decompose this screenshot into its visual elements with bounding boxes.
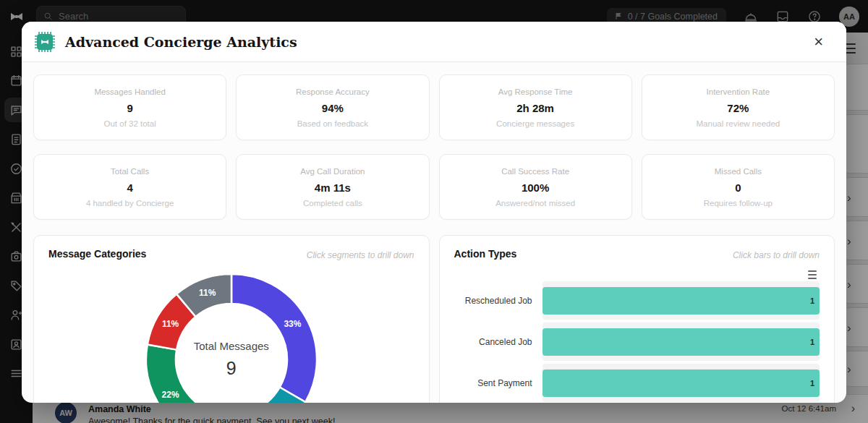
stat-sb: Requires follow-up — [704, 199, 773, 208]
bar-track: 1 — [542, 364, 820, 402]
stat-sb: Completed calls — [303, 199, 362, 208]
close-button[interactable]: × — [809, 33, 827, 51]
app-root: 0 / 7 Goals Completed AA › › › › › AW Am… — [0, 0, 868, 423]
stat-lb: Intervention Rate — [707, 87, 770, 96]
donut-segment-label: 33% — [284, 319, 301, 329]
bar-track: 1 — [542, 322, 820, 361]
bar[interactable] — [542, 287, 820, 315]
stat-vl: 4 — [127, 181, 132, 194]
stat-card: Missed Calls0Requires follow-up — [642, 154, 835, 220]
bar-row: Sent Payment1 — [454, 362, 820, 403]
close-icon: × — [814, 33, 823, 51]
stat-sb: Out of 32 total — [104, 119, 156, 128]
concierge-chip-icon — [33, 30, 56, 54]
bar[interactable] — [542, 369, 820, 397]
modal-title: Advanced Concierge Analytics — [65, 34, 297, 50]
stat-vl: 4m 11s — [315, 181, 351, 194]
donut-segment[interactable] — [231, 274, 317, 402]
stat-lb: Call Success Rate — [501, 167, 569, 176]
stat-vl: 2h 28m — [516, 102, 554, 114]
stat-card: Call Success Rate100%Answered/not missed — [439, 154, 632, 220]
analytics-modal: Advanced Concierge Analytics × Messages … — [22, 22, 846, 403]
stat-lb: Total Calls — [111, 167, 149, 176]
stat-card: Intervention Rate72%Manual review needed — [642, 74, 835, 140]
donut-segment[interactable] — [146, 345, 213, 403]
stat-lb: Avg Response Time — [498, 87, 573, 96]
stat-vl: 94% — [322, 102, 344, 114]
bar-row: Canceled Job1 — [454, 321, 820, 362]
bar-category-label: Sent Payment — [454, 378, 542, 388]
bar[interactable] — [542, 328, 820, 356]
bar-category-label: Canceled Job — [454, 337, 542, 347]
stat-lb: Response Accuracy — [296, 87, 370, 96]
chart-panels: Message Categories Click segments to dri… — [33, 235, 835, 403]
bar-row: Rescheduled Job1 — [454, 280, 820, 321]
donut-chart: 33%22%22%11%11% Total Messages 9 — [130, 258, 333, 403]
stat-lb: Missed Calls — [715, 167, 762, 176]
stat-lb: Avg Call Duration — [300, 167, 365, 176]
stat-card: Total Calls44 handled by Concierge — [33, 154, 226, 220]
stat-sb: Concierge messages — [496, 119, 574, 128]
stat-sb: Based on feedback — [297, 119, 368, 128]
stat-vl: 72% — [727, 102, 749, 114]
stat-card: Response Accuracy94%Based on feedback — [236, 74, 429, 140]
stat-sb: Manual review needed — [697, 119, 780, 128]
bar-chart: Rescheduled Job1Canceled Job1Sent Paymen… — [454, 280, 820, 403]
panel-hint: Click bars to drill down — [733, 250, 820, 260]
stat-sb: Answered/not missed — [495, 199, 575, 208]
stat-vl: 0 — [735, 181, 741, 194]
bar-value-label: 1 — [810, 338, 814, 346]
modal-body: Messages Handled9Out of 32 totalResponse… — [22, 62, 846, 403]
stat-lb: Messages Handled — [94, 87, 165, 96]
modal-header: Advanced Concierge Analytics × — [22, 22, 846, 62]
stat-card: Avg Response Time2h 28mConcierge message… — [439, 74, 632, 140]
stat-sb: 4 handled by Concierge — [86, 199, 174, 208]
stat-vl: 9 — [127, 102, 132, 114]
action-types-panel: Action Types Click bars to drill down Re… — [439, 235, 835, 403]
stat-card: Messages Handled9Out of 32 total — [33, 74, 226, 140]
donut-segment-label: 11% — [162, 319, 179, 329]
stat-card: Avg Call Duration4m 11sCompleted calls — [236, 154, 429, 220]
bar-value-label: 1 — [810, 379, 814, 388]
donut-segment-label: 11% — [199, 288, 216, 298]
stats-grid: Messages Handled9Out of 32 totalResponse… — [33, 74, 835, 220]
bar-track: 1 — [542, 281, 820, 320]
message-categories-panel: Message Categories Click segments to dri… — [33, 235, 430, 403]
bar-category-label: Rescheduled Job — [454, 296, 542, 306]
bar-value-label: 1 — [810, 296, 814, 305]
donut-segment-label: 22% — [161, 390, 179, 400]
stat-vl: 100% — [522, 181, 549, 194]
